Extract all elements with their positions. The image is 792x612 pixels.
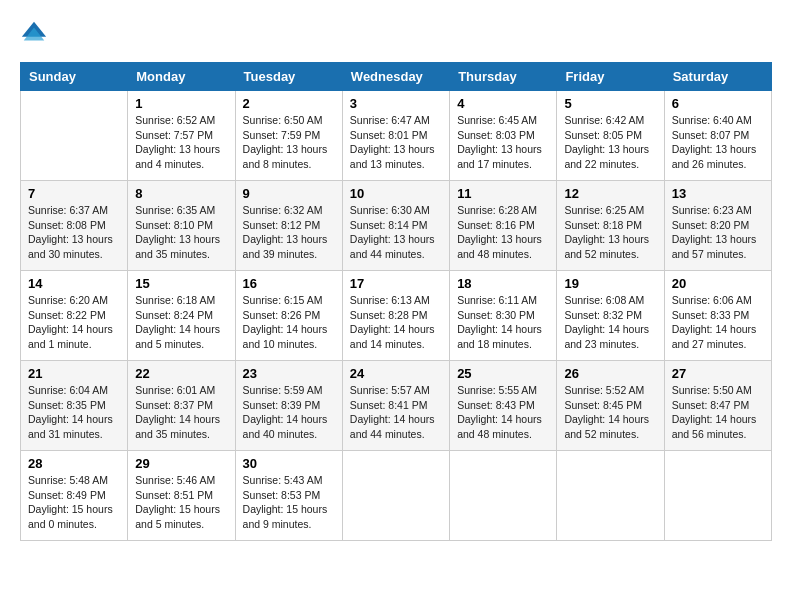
page-header (20, 20, 772, 48)
cell-info: Sunrise: 6:32 AMSunset: 8:12 PMDaylight:… (243, 203, 335, 262)
day-number: 23 (243, 366, 335, 381)
calendar-cell: 14Sunrise: 6:20 AMSunset: 8:22 PMDayligh… (21, 271, 128, 361)
cell-info: Sunrise: 6:23 AMSunset: 8:20 PMDaylight:… (672, 203, 764, 262)
header-cell-wednesday: Wednesday (342, 63, 449, 91)
calendar-cell (557, 451, 664, 541)
calendar-cell (664, 451, 771, 541)
calendar-cell: 7Sunrise: 6:37 AMSunset: 8:08 PMDaylight… (21, 181, 128, 271)
cell-info: Sunrise: 5:48 AMSunset: 8:49 PMDaylight:… (28, 473, 120, 532)
week-row-4: 21Sunrise: 6:04 AMSunset: 8:35 PMDayligh… (21, 361, 772, 451)
cell-info: Sunrise: 5:52 AMSunset: 8:45 PMDaylight:… (564, 383, 656, 442)
day-number: 7 (28, 186, 120, 201)
header-row: SundayMondayTuesdayWednesdayThursdayFrid… (21, 63, 772, 91)
calendar-cell: 25Sunrise: 5:55 AMSunset: 8:43 PMDayligh… (450, 361, 557, 451)
day-number: 5 (564, 96, 656, 111)
week-row-3: 14Sunrise: 6:20 AMSunset: 8:22 PMDayligh… (21, 271, 772, 361)
day-number: 18 (457, 276, 549, 291)
day-number: 21 (28, 366, 120, 381)
calendar-cell: 23Sunrise: 5:59 AMSunset: 8:39 PMDayligh… (235, 361, 342, 451)
calendar-cell (21, 91, 128, 181)
week-row-5: 28Sunrise: 5:48 AMSunset: 8:49 PMDayligh… (21, 451, 772, 541)
day-number: 14 (28, 276, 120, 291)
cell-info: Sunrise: 6:15 AMSunset: 8:26 PMDaylight:… (243, 293, 335, 352)
day-number: 27 (672, 366, 764, 381)
calendar-table: SundayMondayTuesdayWednesdayThursdayFrid… (20, 62, 772, 541)
header-cell-monday: Monday (128, 63, 235, 91)
day-number: 4 (457, 96, 549, 111)
day-number: 15 (135, 276, 227, 291)
calendar-cell: 30Sunrise: 5:43 AMSunset: 8:53 PMDayligh… (235, 451, 342, 541)
day-number: 13 (672, 186, 764, 201)
day-number: 17 (350, 276, 442, 291)
logo-icon (20, 20, 48, 48)
day-number: 29 (135, 456, 227, 471)
cell-info: Sunrise: 6:50 AMSunset: 7:59 PMDaylight:… (243, 113, 335, 172)
calendar-cell (342, 451, 449, 541)
cell-info: Sunrise: 5:55 AMSunset: 8:43 PMDaylight:… (457, 383, 549, 442)
cell-info: Sunrise: 6:45 AMSunset: 8:03 PMDaylight:… (457, 113, 549, 172)
calendar-cell: 15Sunrise: 6:18 AMSunset: 8:24 PMDayligh… (128, 271, 235, 361)
cell-info: Sunrise: 6:13 AMSunset: 8:28 PMDaylight:… (350, 293, 442, 352)
calendar-cell: 16Sunrise: 6:15 AMSunset: 8:26 PMDayligh… (235, 271, 342, 361)
week-row-2: 7Sunrise: 6:37 AMSunset: 8:08 PMDaylight… (21, 181, 772, 271)
header-cell-friday: Friday (557, 63, 664, 91)
cell-info: Sunrise: 6:40 AMSunset: 8:07 PMDaylight:… (672, 113, 764, 172)
calendar-cell: 26Sunrise: 5:52 AMSunset: 8:45 PMDayligh… (557, 361, 664, 451)
calendar-cell: 6Sunrise: 6:40 AMSunset: 8:07 PMDaylight… (664, 91, 771, 181)
day-number: 22 (135, 366, 227, 381)
calendar-cell: 19Sunrise: 6:08 AMSunset: 8:32 PMDayligh… (557, 271, 664, 361)
calendar-cell: 13Sunrise: 6:23 AMSunset: 8:20 PMDayligh… (664, 181, 771, 271)
day-number: 30 (243, 456, 335, 471)
calendar-cell: 2Sunrise: 6:50 AMSunset: 7:59 PMDaylight… (235, 91, 342, 181)
cell-info: Sunrise: 6:01 AMSunset: 8:37 PMDaylight:… (135, 383, 227, 442)
day-number: 2 (243, 96, 335, 111)
cell-info: Sunrise: 6:08 AMSunset: 8:32 PMDaylight:… (564, 293, 656, 352)
calendar-cell: 10Sunrise: 6:30 AMSunset: 8:14 PMDayligh… (342, 181, 449, 271)
calendar-cell (450, 451, 557, 541)
cell-info: Sunrise: 5:59 AMSunset: 8:39 PMDaylight:… (243, 383, 335, 442)
cell-info: Sunrise: 6:37 AMSunset: 8:08 PMDaylight:… (28, 203, 120, 262)
cell-info: Sunrise: 6:25 AMSunset: 8:18 PMDaylight:… (564, 203, 656, 262)
cell-info: Sunrise: 6:06 AMSunset: 8:33 PMDaylight:… (672, 293, 764, 352)
cell-info: Sunrise: 6:11 AMSunset: 8:30 PMDaylight:… (457, 293, 549, 352)
day-number: 20 (672, 276, 764, 291)
calendar-cell: 29Sunrise: 5:46 AMSunset: 8:51 PMDayligh… (128, 451, 235, 541)
header-cell-tuesday: Tuesday (235, 63, 342, 91)
day-number: 8 (135, 186, 227, 201)
day-number: 11 (457, 186, 549, 201)
calendar-cell: 17Sunrise: 6:13 AMSunset: 8:28 PMDayligh… (342, 271, 449, 361)
day-number: 3 (350, 96, 442, 111)
cell-info: Sunrise: 6:47 AMSunset: 8:01 PMDaylight:… (350, 113, 442, 172)
cell-info: Sunrise: 6:35 AMSunset: 8:10 PMDaylight:… (135, 203, 227, 262)
calendar-cell: 18Sunrise: 6:11 AMSunset: 8:30 PMDayligh… (450, 271, 557, 361)
day-number: 12 (564, 186, 656, 201)
calendar-cell: 3Sunrise: 6:47 AMSunset: 8:01 PMDaylight… (342, 91, 449, 181)
day-number: 9 (243, 186, 335, 201)
cell-info: Sunrise: 6:42 AMSunset: 8:05 PMDaylight:… (564, 113, 656, 172)
cell-info: Sunrise: 6:28 AMSunset: 8:16 PMDaylight:… (457, 203, 549, 262)
cell-info: Sunrise: 6:18 AMSunset: 8:24 PMDaylight:… (135, 293, 227, 352)
calendar-cell: 22Sunrise: 6:01 AMSunset: 8:37 PMDayligh… (128, 361, 235, 451)
cell-info: Sunrise: 5:57 AMSunset: 8:41 PMDaylight:… (350, 383, 442, 442)
calendar-cell: 8Sunrise: 6:35 AMSunset: 8:10 PMDaylight… (128, 181, 235, 271)
day-number: 25 (457, 366, 549, 381)
cell-info: Sunrise: 5:46 AMSunset: 8:51 PMDaylight:… (135, 473, 227, 532)
day-number: 1 (135, 96, 227, 111)
calendar-cell: 5Sunrise: 6:42 AMSunset: 8:05 PMDaylight… (557, 91, 664, 181)
calendar-cell: 1Sunrise: 6:52 AMSunset: 7:57 PMDaylight… (128, 91, 235, 181)
cell-info: Sunrise: 6:04 AMSunset: 8:35 PMDaylight:… (28, 383, 120, 442)
calendar-body: 1Sunrise: 6:52 AMSunset: 7:57 PMDaylight… (21, 91, 772, 541)
logo (20, 20, 52, 48)
day-number: 6 (672, 96, 764, 111)
cell-info: Sunrise: 6:20 AMSunset: 8:22 PMDaylight:… (28, 293, 120, 352)
header-cell-saturday: Saturday (664, 63, 771, 91)
calendar-cell: 28Sunrise: 5:48 AMSunset: 8:49 PMDayligh… (21, 451, 128, 541)
calendar-header: SundayMondayTuesdayWednesdayThursdayFrid… (21, 63, 772, 91)
day-number: 19 (564, 276, 656, 291)
cell-info: Sunrise: 5:43 AMSunset: 8:53 PMDaylight:… (243, 473, 335, 532)
calendar-cell: 24Sunrise: 5:57 AMSunset: 8:41 PMDayligh… (342, 361, 449, 451)
cell-info: Sunrise: 5:50 AMSunset: 8:47 PMDaylight:… (672, 383, 764, 442)
header-cell-sunday: Sunday (21, 63, 128, 91)
day-number: 24 (350, 366, 442, 381)
day-number: 26 (564, 366, 656, 381)
